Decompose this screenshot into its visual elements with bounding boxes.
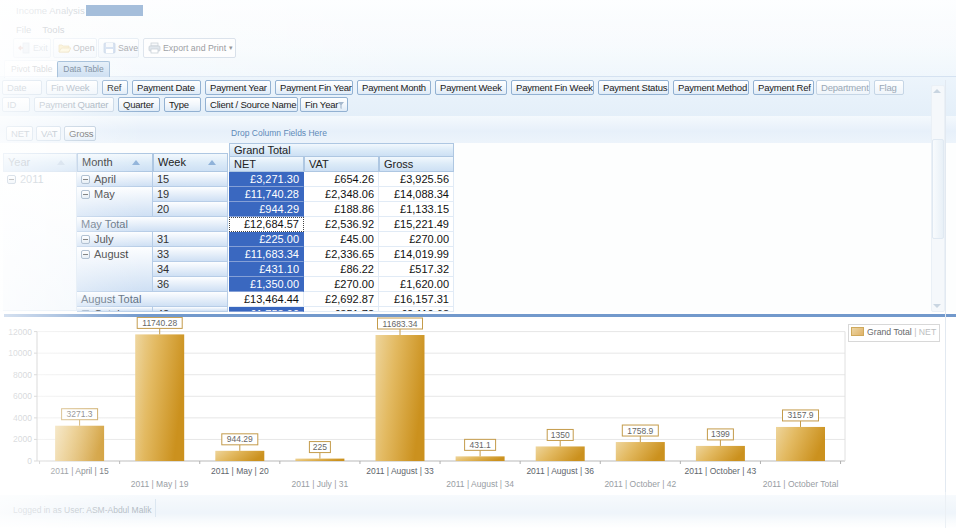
- svg-text:2011 | October | 43: 2011 | October | 43: [684, 466, 756, 476]
- svg-text:1758.9: 1758.9: [627, 426, 653, 436]
- svg-text:8000: 8000: [13, 370, 32, 380]
- svg-text:225: 225: [313, 442, 327, 452]
- svg-text:11740.28: 11740.28: [142, 318, 177, 328]
- svg-text:944.29: 944.29: [227, 434, 253, 444]
- svg-text:431.1: 431.1: [469, 440, 491, 450]
- svg-text:2011 | April | 15: 2011 | April | 15: [51, 466, 109, 476]
- svg-text:3157.9: 3157.9: [788, 410, 814, 420]
- svg-text:4000: 4000: [13, 413, 32, 423]
- svg-text:2011 | August | 33: 2011 | August | 33: [366, 466, 434, 476]
- svg-text:2011 | May | 19: 2011 | May | 19: [131, 479, 189, 489]
- svg-text:10000: 10000: [8, 348, 32, 358]
- svg-text:12000: 12000: [8, 327, 32, 337]
- svg-text:1350: 1350: [551, 430, 570, 440]
- svg-text:6000: 6000: [13, 391, 32, 401]
- svg-text:2011 | October | 42: 2011 | October | 42: [604, 479, 676, 489]
- svg-text:2011 | August | 36: 2011 | August | 36: [526, 466, 594, 476]
- svg-text:2011 | July | 31: 2011 | July | 31: [292, 479, 349, 489]
- svg-text:0: 0: [27, 456, 32, 466]
- svg-text:11683.34: 11683.34: [383, 319, 418, 329]
- svg-text:3271.3: 3271.3: [67, 409, 93, 419]
- svg-text:2000: 2000: [13, 434, 32, 444]
- svg-text:2011 | May | 20: 2011 | May | 20: [211, 466, 269, 476]
- svg-text:2011 | October Total: 2011 | October Total: [763, 479, 839, 489]
- svg-text:2011 | August | 34: 2011 | August | 34: [446, 479, 514, 489]
- svg-text:1399: 1399: [711, 429, 730, 439]
